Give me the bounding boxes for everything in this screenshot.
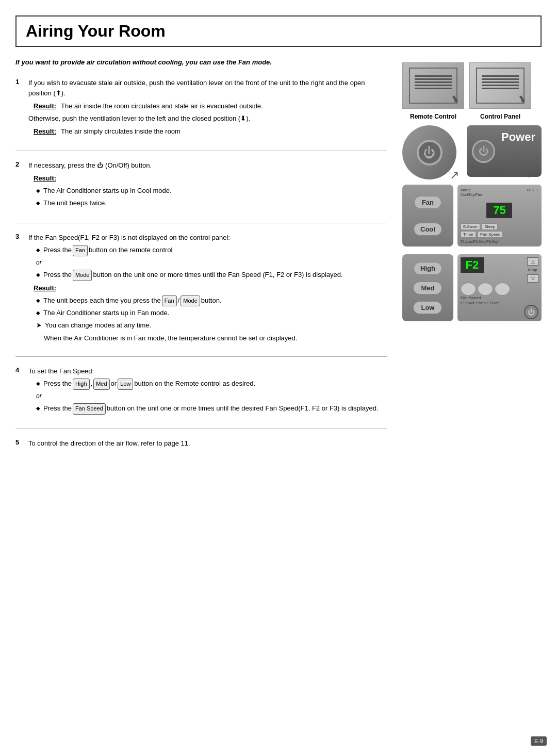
mode-btn-2: Mode bbox=[181, 295, 200, 307]
step-4-or: or bbox=[36, 391, 387, 401]
hml-fan-speed-row: Fan Speed F1:Low/F2:Med/F3:High bbox=[461, 295, 538, 305]
sleep-btn: Sleep bbox=[482, 223, 497, 230]
hml-panel: F2 △ Temp. ▽ Fan Speed F1 bbox=[457, 254, 542, 321]
fan-cool-section: Fan Cool ModeCool/Dry/Fan ⊙ ⊕ + 75 E.Sav… bbox=[402, 185, 542, 246]
remote-control-label: Remote Control bbox=[402, 113, 464, 120]
step-3-bullet-1: Press the Fan button on the remote contr… bbox=[36, 245, 387, 256]
hml-circle-1 bbox=[461, 283, 476, 295]
high-btn-inline: High bbox=[73, 379, 90, 390]
step-3-note-2: When the Air Conditioner is in Fan mode,… bbox=[44, 333, 387, 344]
fanspeed-btn-inline: Fan Speed bbox=[73, 403, 106, 415]
step-5-content: To control the direction of the air flow… bbox=[28, 438, 387, 451]
cp-btn-row-1: E.Saver Sleep bbox=[461, 223, 538, 230]
power-label: Power bbox=[501, 130, 535, 144]
cp-icons: ⊙ ⊕ + bbox=[527, 188, 538, 197]
timer-btn: Timer bbox=[461, 231, 476, 238]
step-number-2: 2 bbox=[15, 160, 26, 168]
intro-paragraph: If you want to provide air circulation w… bbox=[15, 57, 387, 68]
temp-down: ▽ bbox=[527, 274, 538, 283]
fanspeed-btn: Fan Speed bbox=[478, 231, 503, 238]
med-btn-inline: Med bbox=[93, 379, 109, 390]
result-label-2: Result: bbox=[34, 173, 57, 184]
step-1-main: If you wish to evacuate stale air outsid… bbox=[28, 78, 387, 100]
fan-speed-label: F1:Low/F2:Med/F3:High bbox=[461, 240, 538, 243]
right-column: ⬇ ⬇ Remote Control Control Panel ⏻ ↗ bbox=[397, 57, 542, 756]
result-text-1b: The air simply circulates inside the roo… bbox=[61, 126, 181, 137]
step-number-1: 1 bbox=[15, 78, 26, 86]
step-3-or-1: or bbox=[36, 258, 387, 268]
cp-display-75: 75 bbox=[486, 203, 512, 218]
power-remote-wrapper: ⏻ ↗ bbox=[402, 125, 462, 177]
labels-row: Remote Control Control Panel bbox=[402, 113, 531, 120]
step-3-result-bullet-2: The Air Conditioner starts up in Fan mod… bbox=[36, 308, 387, 319]
hml-circle-3 bbox=[495, 283, 510, 295]
fan-button-inline: Fan bbox=[73, 245, 88, 256]
step-number-5: 5 bbox=[15, 438, 26, 446]
result-label-1b: Result: bbox=[34, 126, 57, 137]
control-panel-label: Control Panel bbox=[469, 113, 531, 120]
step-3-content: If the Fan Speed(F1, F2 or F3) is not di… bbox=[28, 233, 387, 344]
step-number-3: 3 bbox=[15, 233, 26, 240]
power-remote-circle: ⏻ ↗ bbox=[402, 125, 456, 179]
step-number-4: 4 bbox=[15, 366, 26, 374]
step-4-bullet-2: Press the Fan Speed button on the unit o… bbox=[36, 403, 387, 415]
med-button: Med bbox=[413, 282, 442, 294]
power-icon-panel: ⏻ bbox=[472, 140, 495, 163]
step-2-main: If necessary, press the ⏻ (On/Off) butto… bbox=[28, 160, 387, 171]
fan-button: Fan bbox=[414, 196, 441, 209]
step-4: 4 To set the Fan Speed: Press the High, … bbox=[15, 366, 387, 429]
hml-power-icon: ⏻ bbox=[524, 305, 538, 319]
power-icon-remote: ⏻ bbox=[417, 140, 443, 166]
step-2-bullet-2: The unit beeps twice. bbox=[36, 198, 387, 209]
step-3-main: If the Fan Speed(F1, F2 or F3) is not di… bbox=[28, 233, 387, 243]
step-3: 3 If the Fan Speed(F1, F2 or F3) is not … bbox=[15, 233, 387, 357]
temp-up: △ bbox=[527, 257, 538, 266]
left-column: If you want to provide air circulation w… bbox=[15, 57, 397, 756]
ac-unit-images: ⬇ ⬇ bbox=[402, 62, 531, 109]
ac-unit-image-right: ⬇ bbox=[469, 62, 531, 109]
temp-label: Temp. bbox=[527, 268, 538, 272]
result-label-1a: Result: bbox=[34, 101, 57, 112]
power-section: ⏻ ↗ Power ⏻ ↗ bbox=[402, 125, 542, 177]
fan-cool-remote: Fan Cool bbox=[402, 185, 453, 246]
step-3-bullet-2: Press the Mode button on the unit one or… bbox=[36, 270, 387, 281]
step-4-main: To set the Fan Speed: bbox=[28, 366, 387, 377]
high-med-low-section: High Med Low F2 △ Temp. ▽ bbox=[402, 254, 542, 321]
page: Airing Your Room If you want to provide … bbox=[0, 0, 557, 756]
cp-buttons: E.Saver Sleep Timer Fan Speed F1:Low/F2:… bbox=[461, 223, 538, 243]
step-5: 5 To control the direction of the air fl… bbox=[15, 438, 387, 464]
cool-button: Cool bbox=[414, 223, 442, 236]
step-4-content: To set the Fan Speed: Press the High, Me… bbox=[28, 366, 387, 416]
step-2-bullet-1: The Air Conditioner starts up in Cool mo… bbox=[36, 186, 387, 196]
high-button: High bbox=[414, 262, 442, 275]
main-content: If you want to provide air circulation w… bbox=[0, 57, 557, 756]
step-3-result-bullet-1: The unit beeps each time you press the F… bbox=[36, 295, 387, 307]
power-panel-wrapper: Power ⏻ ↗ bbox=[467, 125, 542, 177]
cp-top-row: ModeCool/Dry/Fan ⊙ ⊕ + bbox=[461, 188, 538, 197]
mode-button-inline: Mode bbox=[73, 270, 92, 281]
step-2: 2 If necessary, press the ⏻ (On/Off) but… bbox=[15, 160, 387, 223]
step-1: 1 If you wish to evacuate stale air outs… bbox=[15, 78, 387, 152]
result-label-3: Result: bbox=[34, 283, 57, 294]
esaver-btn: E.Saver bbox=[461, 223, 480, 230]
hml-remote: High Med Low bbox=[402, 254, 453, 321]
step-1-otherwise: Otherwise, push the ventilation lever to… bbox=[28, 113, 387, 124]
page-number: E-9 bbox=[531, 736, 547, 746]
ac-unit-image-left: ⬇ bbox=[402, 62, 464, 109]
low-btn-inline: Low bbox=[118, 379, 133, 390]
title-bar: Airing Your Room bbox=[15, 15, 542, 47]
hml-display-f2: F2 bbox=[461, 257, 484, 273]
step-1-content: If you wish to evacuate stale air outsid… bbox=[28, 78, 387, 139]
step-5-main: To control the direction of the air flow… bbox=[28, 438, 387, 449]
fan-control-panel: ModeCool/Dry/Fan ⊙ ⊕ + 75 E.Saver Sleep … bbox=[457, 185, 542, 246]
result-text-1a: The air inside the room circulates and s… bbox=[61, 101, 263, 112]
hml-circle-2 bbox=[478, 283, 493, 295]
fan-btn-2: Fan bbox=[162, 295, 177, 307]
page-title: Airing Your Room bbox=[26, 22, 531, 41]
step-2-content: If necessary, press the ⏻ (On/Off) butto… bbox=[28, 160, 387, 210]
low-button: Low bbox=[413, 301, 442, 314]
temp-control: △ Temp. ▽ bbox=[527, 257, 538, 283]
step-3-note-1: You can change modes at any time. bbox=[36, 320, 387, 331]
mode-label: ModeCool/Dry/Fan bbox=[461, 188, 482, 197]
cp-btn-row-2: Timer Fan Speed bbox=[461, 231, 538, 238]
